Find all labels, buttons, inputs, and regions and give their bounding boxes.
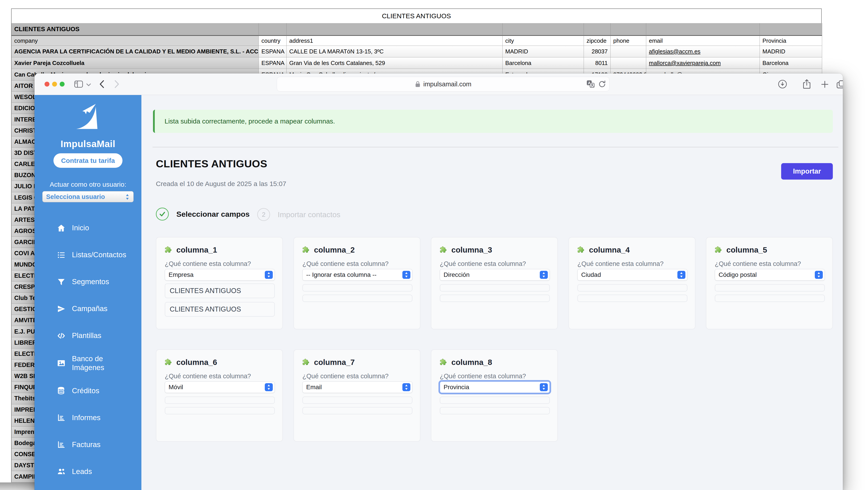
- column-field-select[interactable]: Ciudad: [578, 269, 687, 281]
- sheet-row[interactable]: AGENCIA PARA LA CERTIFICACIÓN DE LA CALI…: [11, 46, 822, 57]
- sheet-cell[interactable]: 28037: [584, 46, 611, 57]
- sidebar-item-listas-contactos[interactable]: Listas/Contactos: [34, 247, 142, 263]
- sheet-cell[interactable]: [287, 23, 503, 36]
- column-field-select[interactable]: Móvil: [165, 382, 275, 393]
- column-title: columna_7: [314, 358, 355, 367]
- column-question-label: ¿Qué contiene esta columna?: [440, 260, 526, 267]
- minimize-window-button[interactable]: [52, 82, 57, 87]
- select-stepper-icon: [815, 271, 823, 279]
- tab-overview-icon[interactable]: [836, 80, 843, 89]
- sheet-cell[interactable]: [503, 23, 584, 36]
- sheet-cell[interactable]: MADRID: [760, 46, 822, 57]
- translate-icon[interactable]: A: [586, 80, 595, 89]
- column-title: columna_3: [452, 246, 492, 254]
- column-title: columna_4: [589, 246, 630, 254]
- user-select[interactable]: Selecciona usuario: [42, 191, 134, 202]
- sheet-cell[interactable]: Provincia: [760, 36, 822, 46]
- sheet-cell[interactable]: phone: [611, 36, 646, 46]
- chevron-down-icon[interactable]: [86, 83, 91, 86]
- sheet-cell[interactable]: Xavier Pareja Cozcolluela: [11, 57, 259, 69]
- column-preview-row: [302, 295, 412, 302]
- sidebar-item-leads[interactable]: Leads: [34, 463, 142, 480]
- contract-plan-button[interactable]: Contrata tu tarifa: [54, 153, 122, 168]
- sheet-cell[interactable]: CALLE DE LA MARATóN 13-15, 3ºC: [287, 46, 503, 57]
- column-title: columna_2: [314, 246, 355, 254]
- sidebar-item-informes[interactable]: Informes: [34, 410, 142, 426]
- select-stepper-icon: [265, 271, 273, 279]
- column-question-label: ¿Qué contiene esta columna?: [578, 260, 663, 267]
- sidebar-item-facturas[interactable]: Facturas: [34, 436, 142, 453]
- sidebar-item-cr-ditos[interactable]: Créditos: [34, 383, 142, 399]
- sheet-cell[interactable]: [611, 23, 646, 36]
- sidebar-item-plantillas[interactable]: Plantillas: [34, 327, 142, 344]
- column-field-select[interactable]: Código postal: [715, 269, 825, 281]
- column-preview-row: [715, 284, 825, 292]
- step-import-contacts[interactable]: 2 Importar contactos: [257, 208, 340, 221]
- app-main: Lista subida correctamente, procede a ma…: [142, 95, 843, 490]
- sheet-cell[interactable]: Gran Via de les Corts Catalanes, 529: [287, 57, 503, 69]
- column-field-select[interactable]: Empresa: [165, 269, 275, 281]
- reload-icon[interactable]: [598, 80, 606, 88]
- sheet-cell[interactable]: city: [503, 36, 584, 46]
- sheet-cell[interactable]: ESPANA: [259, 57, 287, 69]
- select-value: Móvil: [165, 384, 183, 391]
- sidebar-item-campa-as[interactable]: Campañas: [34, 300, 142, 317]
- sheet-row[interactable]: Xavier Pareja CozcolluelaESPANAGran Via …: [11, 57, 822, 69]
- zoom-window-button[interactable]: [60, 82, 65, 87]
- sheet-cell[interactable]: Barcelona: [760, 57, 822, 69]
- step-label: Seleccionar campos: [176, 210, 250, 219]
- sheet-cell[interactable]: mallorca@xavierpareja.com: [646, 57, 760, 69]
- sidebar-item-banco-de-im-genes[interactable]: Banco de Imágenes: [34, 354, 142, 372]
- impulsamail-logo-icon: [70, 101, 106, 134]
- column-preview-row: CLIENTES ANTIGUOS: [165, 302, 275, 317]
- column-preview-row: [440, 407, 550, 414]
- puzzle-icon: [714, 246, 723, 254]
- sidebar-item-label: Plantillas: [72, 331, 126, 340]
- downloads-icon[interactable]: [778, 79, 787, 89]
- column-field-select[interactable]: Provincia: [440, 382, 550, 393]
- sheet-cell[interactable]: company: [11, 36, 259, 46]
- sidebar-item-segmentos[interactable]: Segmentos: [34, 273, 142, 290]
- column-field-select[interactable]: Dirección: [440, 269, 550, 281]
- step-select-fields[interactable]: Seleccionar campos: [156, 207, 250, 221]
- back-icon[interactable]: [99, 79, 104, 89]
- sheet-cell[interactable]: address1: [287, 36, 503, 46]
- sheet-cell[interactable]: CLIENTES ANTIGUOS: [11, 23, 259, 36]
- import-button[interactable]: Importar: [781, 163, 833, 179]
- sheet-cell[interactable]: [611, 57, 646, 69]
- sheet-cell[interactable]: [760, 23, 822, 36]
- sheet-cell[interactable]: [584, 23, 611, 36]
- sheet-cell[interactable]: AGENCIA PARA LA CERTIFICACIÓN DE LA CALI…: [11, 46, 259, 57]
- sheet-cell[interactable]: [611, 46, 646, 57]
- sheet-cell[interactable]: MADRID: [503, 46, 584, 57]
- sheet-cell[interactable]: afiglesias@accm.es: [646, 46, 760, 57]
- sidebar-item-label: Leads: [72, 467, 126, 476]
- sheet-cell[interactable]: zipcode: [584, 36, 611, 46]
- column-field-select[interactable]: -- Ignorar esta columna --: [302, 269, 412, 281]
- address-bar[interactable]: impulsamail.com A: [277, 77, 610, 92]
- sheet-cell[interactable]: 8011: [584, 57, 611, 69]
- funnel-icon: [57, 277, 66, 286]
- sheet-cell[interactable]: [259, 23, 287, 36]
- share-icon[interactable]: [802, 79, 811, 90]
- sheet-cell[interactable]: email: [646, 36, 760, 46]
- sheet-cell[interactable]: country: [259, 36, 287, 46]
- sheet-header-row[interactable]: companycountryaddress1cityzipcodephoneem…: [11, 36, 822, 46]
- step-number: 2: [257, 208, 270, 221]
- sheet-cell[interactable]: ESPANA: [259, 46, 287, 57]
- sheet-cell[interactable]: Barcelona: [503, 57, 584, 69]
- forward-icon[interactable]: [114, 79, 120, 89]
- sheet-cell[interactable]: [646, 23, 760, 36]
- column-field-select[interactable]: Email: [302, 382, 412, 393]
- column-preview-row: [302, 407, 412, 414]
- sidebar-item-inicio[interactable]: Inicio: [34, 220, 142, 236]
- column-title: columna_6: [176, 358, 217, 367]
- page-title: CLIENTES ANTIGUOS: [156, 158, 267, 170]
- sheet-band-row[interactable]: CLIENTES ANTIGUOS: [11, 23, 822, 36]
- column-preview-row: [165, 396, 275, 404]
- puzzle-icon: [302, 358, 310, 367]
- sidebar-toggle-icon[interactable]: [74, 80, 83, 88]
- new-tab-icon[interactable]: [820, 80, 829, 89]
- sidebar-item-label: Facturas: [72, 440, 126, 449]
- close-window-button[interactable]: [44, 82, 50, 87]
